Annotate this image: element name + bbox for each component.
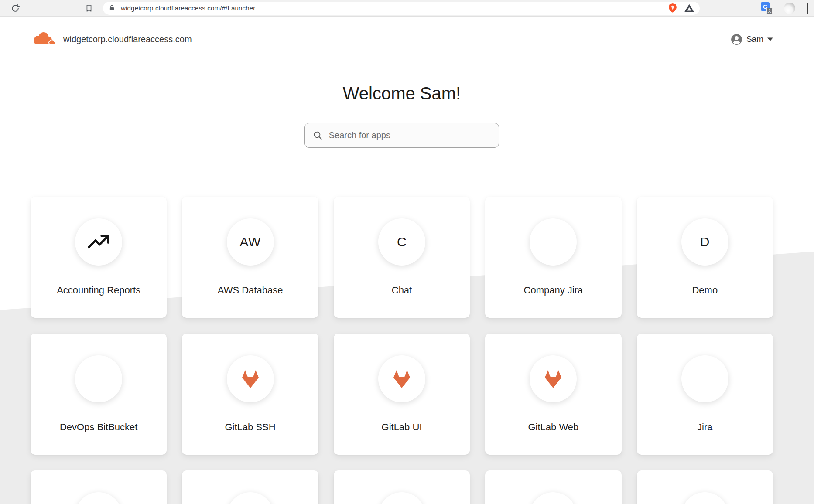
monogram-initials: D xyxy=(700,235,710,249)
gitlab-icon xyxy=(239,369,262,389)
caret-down-icon xyxy=(767,37,773,41)
app-card-partial[interactable] xyxy=(182,470,318,504)
app-icon-disc xyxy=(227,355,274,402)
app-card-partial[interactable] xyxy=(637,470,773,504)
app-icon-disc xyxy=(530,492,577,504)
bookmark-button[interactable] xyxy=(85,3,93,13)
monogram-initials: C xyxy=(397,235,407,249)
app-label: Chat xyxy=(392,285,412,296)
monogram-initials: AW xyxy=(239,235,260,249)
app-card[interactable]: GitLab SSH xyxy=(182,334,318,455)
app-icon-disc xyxy=(227,492,274,504)
app-icon-disc xyxy=(75,355,122,402)
app-card[interactable]: Jira xyxy=(637,334,773,455)
app-card[interactable]: AW AWS Database xyxy=(182,197,318,318)
site-domain: widgetcorp.cloudflareaccess.com xyxy=(63,34,192,44)
app-label: GitLab UI xyxy=(382,422,422,433)
app-card[interactable]: GitLab UI xyxy=(334,334,470,455)
app-card[interactable]: C Chat xyxy=(334,197,470,318)
app-icon-disc: D xyxy=(681,218,728,266)
app-label: Accounting Reports xyxy=(57,285,140,296)
gitlab-icon xyxy=(390,369,413,389)
app-card-partial[interactable] xyxy=(334,470,470,504)
app-label: GitLab Web xyxy=(528,422,579,433)
brave-shield-button[interactable] xyxy=(668,3,677,14)
bookmark-icon xyxy=(85,3,93,13)
app-icon-disc: C xyxy=(378,218,425,266)
search-input[interactable] xyxy=(329,130,492,140)
app-card[interactable]: D Demo xyxy=(637,197,773,318)
app-icon-disc xyxy=(681,355,728,402)
brave-shield-icon xyxy=(668,3,677,14)
user-menu[interactable]: Sam xyxy=(731,34,773,45)
bat-triangle-icon xyxy=(684,3,694,13)
app-card[interactable]: Company Jira xyxy=(485,197,621,318)
app-icon-disc xyxy=(530,355,577,402)
site-header: widgetcorp.cloudflareaccess.com Sam xyxy=(31,31,773,48)
app-icon-disc xyxy=(75,492,122,504)
app-label: Jira xyxy=(697,422,712,433)
address-bar[interactable]: widgetcorp.cloudflareaccess.com/#/Launch… xyxy=(103,2,700,15)
app-icon-disc xyxy=(530,218,577,266)
browser-toolbar: widgetcorp.cloudflareaccess.com/#/Launch… xyxy=(0,0,814,17)
app-icon-disc xyxy=(378,355,425,402)
profile-orb-icon[interactable] xyxy=(784,3,795,14)
translate-zh-icon: 文 xyxy=(766,8,773,14)
reload-button[interactable] xyxy=(10,3,20,13)
app-card[interactable]: DevOps BitBucket xyxy=(31,334,167,455)
app-icon-disc: AW xyxy=(227,218,274,266)
address-bar-divider xyxy=(661,4,661,13)
page-title: Welcome Sam! xyxy=(31,85,773,102)
search-box[interactable] xyxy=(304,123,499,148)
person-icon xyxy=(731,34,742,45)
translate-button[interactable]: G 文 xyxy=(761,2,773,14)
jira-icon xyxy=(541,230,565,254)
bitbucket-icon xyxy=(87,368,110,390)
app-icon-disc xyxy=(378,492,425,504)
lock-icon xyxy=(108,4,116,12)
app-label: Company Jira xyxy=(524,285,583,296)
jira-icon xyxy=(693,367,717,391)
bat-rewards-button[interactable] xyxy=(684,3,694,13)
app-icon-disc xyxy=(75,218,122,266)
app-card[interactable]: GitLab Web xyxy=(485,334,621,455)
toolbar-edge-divider xyxy=(807,3,808,14)
app-grid: Accounting Reports AW AWS Database C Cha… xyxy=(31,197,773,504)
trending-up-icon xyxy=(86,230,111,254)
app-card-partial[interactable] xyxy=(485,470,621,504)
gitlab-icon xyxy=(542,369,564,389)
reload-icon xyxy=(10,3,20,13)
brand: widgetcorp.cloudflareaccess.com xyxy=(31,31,192,48)
app-label: DevOps BitBucket xyxy=(60,422,138,433)
app-icon-disc xyxy=(681,492,728,504)
user-name: Sam xyxy=(746,34,763,44)
app-label: GitLab SSH xyxy=(225,422,276,433)
app-label: Demo xyxy=(692,285,718,296)
url-text: widgetcorp.cloudflareaccess.com/#/Launch… xyxy=(121,4,256,12)
search-icon xyxy=(313,130,323,141)
cloudflare-logo xyxy=(31,31,58,48)
app-label: AWS Database xyxy=(218,285,283,296)
app-card[interactable]: Accounting Reports xyxy=(31,197,167,318)
app-card-partial[interactable] xyxy=(31,470,167,504)
launcher-page: widgetcorp.cloudflareaccess.com Sam Welc… xyxy=(0,17,814,504)
